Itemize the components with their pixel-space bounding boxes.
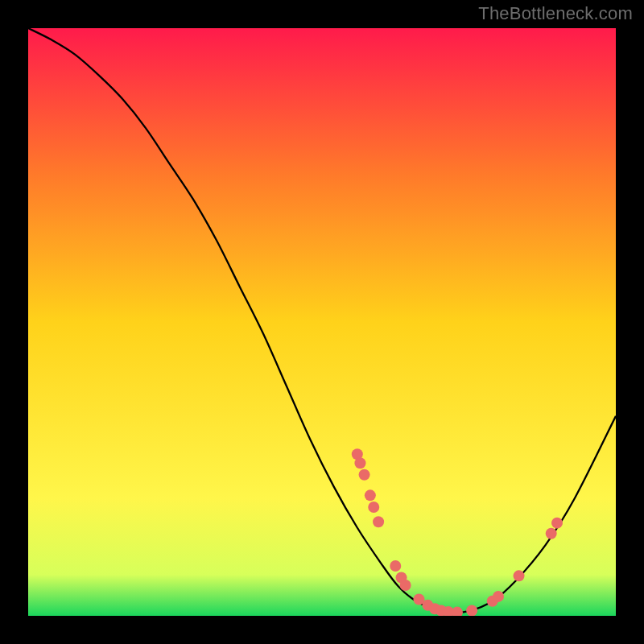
curve-marker (551, 518, 563, 529)
curve-marker (390, 560, 401, 572)
curve-marker (466, 605, 477, 616)
plot-area (28, 28, 616, 616)
watermark-text: TheBottleneck.com (478, 3, 633, 24)
chart-svg (28, 28, 616, 616)
curve-marker (493, 591, 504, 602)
curve-marker (400, 580, 411, 591)
curve-marker (546, 528, 557, 539)
chart-frame: TheBottleneck.com (0, 0, 644, 644)
curve-marker (359, 469, 370, 481)
curve-marker (514, 570, 525, 581)
curve-marker (368, 502, 379, 513)
curve-marker (373, 516, 384, 527)
curve-marker (365, 489, 376, 501)
curve-marker (354, 457, 365, 469)
gradient-bg (28, 28, 616, 616)
